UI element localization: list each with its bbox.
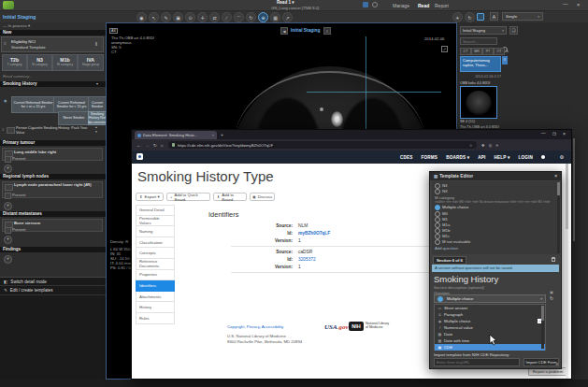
series-scrollbar[interactable] [573, 138, 575, 241]
dropdown-option-numerical-value[interactable]: #Numerical value [435, 324, 545, 331]
zoom-icon[interactable]: ⊙ [185, 12, 195, 22]
nav-api[interactable]: API [478, 155, 485, 160]
site-logo[interactable] [136, 153, 143, 160]
app-close-button[interactable]: × [577, 2, 580, 7]
filter-mr[interactable]: MR [471, 48, 482, 55]
window-close-button[interactable]: × [563, 131, 566, 136]
stage-m[interactable]: M1b M category [52, 54, 78, 71]
discuss-button[interactable]: ▣ Discuss [250, 193, 275, 201]
drag-handle-icon[interactable]: ≡ [4, 40, 7, 46]
probe-icon[interactable]: ◉ [136, 12, 147, 22]
option-m-not-evaluable[interactable]: M not evaluable [435, 239, 470, 245]
id2-link[interactable]: 3205372 [298, 257, 316, 262]
add-board-button[interactable]: ⬇ Add to Board [213, 193, 247, 201]
gear-icon[interactable]: ⚙ [560, 154, 564, 160]
home-icon[interactable]: ⌂ [161, 143, 164, 148]
add-finding-button[interactable]: + [4, 255, 12, 264]
dropdown-option-paragraph[interactable]: ≣Paragraph [435, 311, 545, 318]
stage-t[interactable]: T2b T category [2, 54, 27, 71]
tab-classification[interactable]: Classification [136, 237, 175, 249]
tab-left-icon[interactable]: ◀ [280, 27, 288, 35]
pencil-icon[interactable]: ✎ [161, 12, 171, 22]
thumbnail-1[interactable] [460, 86, 497, 119]
forward-icon[interactable]: → [145, 142, 150, 148]
new-tab-button[interactable]: + [221, 132, 223, 137]
add-question-link[interactable]: Add question [435, 246, 458, 251]
footer-links[interactable]: Copyright, Privacy, Accessibility [227, 324, 283, 329]
dropdown-scrollbar-track[interactable] [541, 306, 544, 349]
section-findings[interactable]: Findings [0, 247, 106, 252]
dropdown-option-multiple-choice[interactable]: ◉Multiple choice✓ [435, 318, 545, 324]
tab-close-icon[interactable]: × [212, 133, 214, 137]
read-summary-field[interactable]: Read summary... [3, 74, 33, 79]
filter-pt[interactable]: PT [482, 48, 494, 55]
nav-cdes[interactable]: CDES [400, 155, 413, 160]
finding-node[interactable]: Lymph node paratracheal lower right (4R)… [2, 181, 103, 198]
layout-select[interactable]: Single ▾ [502, 12, 543, 21]
section-smoking-history[interactable]: Smoking History [0, 81, 106, 87]
tab-concepts[interactable]: Concepts [136, 248, 175, 259]
id1-link[interactable]: myBZh0O7qLF [298, 231, 330, 236]
dropdown-option-short-answer[interactable]: ▭Short answer [435, 305, 545, 311]
trash-icon[interactable] [552, 257, 555, 262]
editor-scrollbar-track[interactable] [557, 182, 560, 253]
menu-manage[interactable]: Manage [393, 3, 409, 8]
back-icon[interactable]: ← [136, 142, 141, 148]
nav-help[interactable]: HELP ▾ [495, 155, 510, 160]
tab-menu-icon[interactable]: ≡ [323, 27, 331, 35]
edit-mode-icon[interactable] [372, 2, 378, 7]
section-description-field[interactable]: Section description (optional) [434, 285, 484, 290]
usagov-logo[interactable]: USA.gov [324, 323, 348, 331]
nav-forms[interactable]: FORMS [422, 155, 438, 160]
finding-met[interactable]: Bone sternum Present [2, 219, 103, 232]
bookmark-star-icon[interactable]: ☆ [469, 143, 473, 148]
question-menu-icon[interactable]: ▣ [550, 290, 553, 294]
stepper-down-icon[interactable]: ▾ [95, 130, 97, 134]
address-bar[interactable]: https://cde.nlm.nih.gov/deView?tinyId=my… [168, 141, 477, 149]
section-metastases[interactable]: Distant metastases [0, 211, 106, 217]
option-prev-2[interactable]: NX [435, 189, 448, 194]
copy-icon[interactable]: ▣ [173, 12, 183, 22]
window-maximize-button[interactable]: ❐ [552, 132, 556, 136]
move-icon[interactable]: ⇄ [209, 12, 220, 22]
tab-properties[interactable]: Properties [136, 270, 175, 281]
series-view-select[interactable]: Initial Staging ▾ [460, 26, 507, 35]
export-icon[interactable]: ↗ [282, 12, 293, 22]
page-scrollbar-thumb[interactable] [566, 164, 568, 229]
window-minimize-button[interactable]: — [541, 131, 546, 136]
editor-section-title[interactable]: Smoking History [434, 274, 498, 284]
answer-never-smoker[interactable]: Never Smoker [58, 111, 90, 125]
tab-reference-documents[interactable]: Reference Documents [136, 259, 175, 270]
import-tinyurl-input[interactable] [434, 358, 520, 366]
answer-not-documented[interactable]: Smoking History Not documented [88, 111, 107, 125]
resize-handle[interactable]: ◢ [555, 362, 558, 366]
export-button[interactable]: ⬇ Export ▾ [136, 193, 164, 201]
add-node-button[interactable]: + [4, 202, 12, 210]
reload-icon[interactable]: ↻ [153, 143, 157, 148]
angle-icon[interactable]: ⌒ [234, 12, 244, 22]
series-search-input[interactable] [460, 37, 497, 45]
pause-icon[interactable]: ‖ [95, 41, 97, 47]
menu-icon[interactable]: ≡ [495, 143, 498, 148]
stage-n[interactable]: N3 N category [27, 54, 52, 71]
series-options-icon[interactable]: ❏ [509, 26, 518, 35]
template-item[interactable]: ≡ Eligibility NCI Standard Template ‖ [1, 36, 104, 52]
tab-history[interactable]: History [136, 302, 175, 313]
nav-login[interactable]: LOGIN [518, 155, 533, 160]
sync-icon[interactable] [363, 2, 368, 7]
reset-view-icon[interactable]: ↻ [465, 12, 475, 22]
m-type-radio[interactable]: Multiple choice [435, 205, 468, 210]
editor-close-icon[interactable]: × [554, 174, 557, 179]
pan-icon[interactable]: ✛ [197, 12, 208, 22]
extensions-icon[interactable]: ❖ [481, 143, 485, 148]
edit-templates-button[interactable]: ✎ Edit / create templates [0, 286, 106, 295]
switch-detail-mode-button[interactable]: ◧ Switch detail mode [0, 277, 106, 286]
browser-tab[interactable]: Data Element: Smoking Histo... × [135, 131, 217, 139]
tab-permissible-values[interactable]: Permissible Values [136, 216, 175, 227]
crosshair-horizontal[interactable] [307, 92, 441, 93]
question-type-select[interactable]: Multiple choice ▾ [434, 294, 546, 303]
viewport-tab[interactable]: Initial Staging [291, 28, 320, 33]
finding-primary[interactable]: Lung middle lobe right Present [2, 148, 103, 161]
editor-scrollbar-thumb[interactable] [557, 182, 560, 195]
filter-ct[interactable]: CT [460, 48, 471, 55]
